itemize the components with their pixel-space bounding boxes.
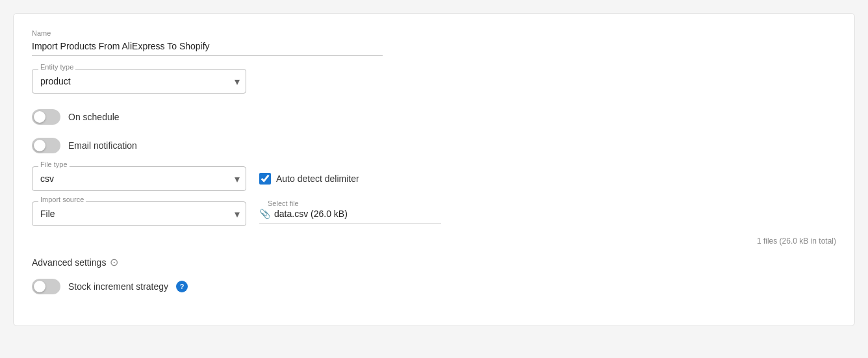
email-notification-track (32, 138, 60, 153)
on-schedule-row: On schedule (32, 109, 836, 125)
advanced-settings-icon: ⊙ (110, 256, 118, 268)
import-source-select[interactable]: File URL FTP SFTP (32, 201, 246, 226)
attachment-icon: 📎 (259, 209, 270, 219)
help-icon[interactable]: ? (176, 281, 188, 292)
email-notification-toggle[interactable] (32, 138, 60, 153)
select-file-content[interactable]: 📎 data.csv (26.0 kB) (259, 205, 441, 224)
advanced-settings-label: Advanced settings (32, 257, 106, 268)
on-schedule-track (32, 109, 60, 125)
auto-detect-label: Auto detect delimiter (276, 173, 359, 184)
stock-increment-toggle[interactable] (32, 279, 60, 294)
main-card: Name Entity type product order customer … (13, 13, 855, 326)
stock-increment-track (32, 279, 60, 294)
name-label: Name (32, 29, 836, 37)
stock-increment-thumb (34, 281, 45, 292)
on-schedule-thumb (34, 111, 45, 123)
entity-type-select-wrapper: Entity type product order customer ▾ (32, 69, 246, 94)
import-source-row: Import source File URL FTP SFTP ▾ Select… (32, 201, 836, 226)
advanced-settings-header[interactable]: Advanced settings ⊙ (32, 256, 836, 268)
select-file-wrapper: Select file 📎 data.csv (26.0 kB) (259, 205, 441, 224)
auto-detect-checkbox[interactable] (259, 173, 271, 185)
file-type-select[interactable]: csv xlsx json xml (32, 166, 246, 191)
file-type-select-wrapper: File type csv xlsx json xml ▾ (32, 166, 246, 191)
stock-increment-label: Stock increment strategy (68, 281, 168, 292)
name-input[interactable] (32, 38, 383, 56)
entity-type-select[interactable]: product order customer (32, 69, 246, 94)
file-type-row: File type csv xlsx json xml ▾ Auto detec… (32, 166, 836, 191)
entity-type-group: Entity type product order customer ▾ (32, 69, 836, 94)
name-field-group: Name (32, 29, 836, 56)
email-notification-thumb (34, 140, 45, 151)
on-schedule-label: On schedule (68, 112, 120, 122)
auto-detect-row: Auto detect delimiter (259, 173, 359, 185)
file-name-text: data.csv (26.0 kB) (274, 209, 348, 219)
email-notification-label: Email notification (68, 140, 137, 151)
import-source-select-wrapper: Import source File URL FTP SFTP ▾ (32, 201, 246, 226)
stock-increment-row: Stock increment strategy ? (32, 279, 836, 294)
on-schedule-toggle[interactable] (32, 109, 60, 125)
email-notification-row: Email notification (32, 138, 836, 153)
files-count: 1 files (26.0 kB in total) (32, 237, 836, 246)
select-file-label: Select file (266, 199, 301, 207)
